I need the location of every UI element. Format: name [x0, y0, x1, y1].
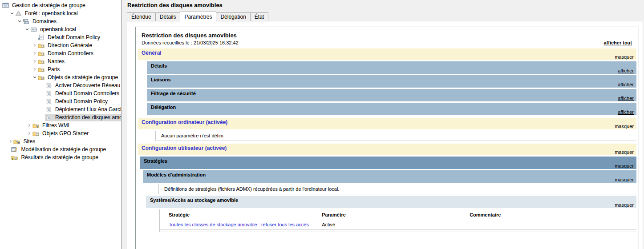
report-header: Restriction des disques amovibles Donnée…	[138, 29, 636, 45]
chevron-expanded-icon[interactable]	[9, 11, 15, 16]
policy-link[interactable]: Toutes les classes de stockage amovible …	[169, 222, 309, 227]
tree-item-gp-results[interactable]: Résultats de stratégie de groupe	[0, 153, 121, 161]
tree-item-label: Filtres WMI	[41, 122, 71, 129]
chevron-collapsed-icon[interactable]	[27, 123, 32, 128]
show-link[interactable]: afficher	[618, 68, 634, 73]
section-label: Général	[142, 50, 162, 56]
tree-item-body: Filtres WMI	[32, 121, 121, 129]
chevron-spacer	[40, 99, 45, 104]
modeling-icon	[11, 146, 18, 153]
section-label: Filtrage de sécurité	[151, 91, 196, 96]
tab-details[interactable]: Détails	[155, 12, 180, 21]
show-all-link[interactable]: afficher tout	[603, 40, 632, 45]
tree-item-label: Activer Découverte Réseau	[54, 82, 122, 89]
tree-item-label: Déploiement f.lux Ana Garcia	[54, 106, 122, 113]
column-header-0: Stratégie	[160, 209, 322, 219]
policy-table-container: StratégieParamètreCommentaireToutes les …	[159, 209, 636, 232]
chevron-expanded-icon[interactable]	[17, 19, 22, 24]
tree-item-gpo-activer-decouverte-reseau[interactable]: Activer Découverte Réseau	[0, 81, 121, 89]
tree-item-label: Modélisation de stratégie de groupe	[20, 146, 107, 153]
tree-item-label: Default Domain Policy	[54, 98, 109, 105]
section-details: Détailsafficher	[147, 61, 636, 74]
section-label: Système/Accès au stockage amovible	[150, 197, 238, 203]
tree-item-body: Direction Générale	[37, 41, 121, 49]
forest-icon	[15, 10, 22, 16]
chevron-collapsed-icon[interactable]	[32, 51, 37, 56]
section-label: Modèles d'administration	[147, 172, 206, 177]
gpo-icon	[45, 106, 52, 112]
chevron-expanded-icon[interactable]	[32, 75, 37, 80]
section-strategies: Stratégiesmasquer	[140, 157, 636, 169]
tree-item-body: Sites	[13, 137, 121, 145]
tree-item-label: Paris	[46, 66, 61, 73]
policy-setting-value: Activé	[322, 219, 470, 230]
section-modeles-administration: Modèles d'administrationmasquer	[143, 170, 636, 183]
hide-link[interactable]: masquer	[615, 54, 634, 60]
tree-item-domain-openbank-local[interactable]: openbank.local	[0, 25, 121, 33]
tab-etendue[interactable]: Étendue	[127, 12, 155, 21]
tree-item-label: Direction Générale	[46, 42, 93, 49]
ou-icon	[37, 58, 45, 64]
tree-item-label: openbank.local	[39, 26, 77, 33]
tree-item-gpo-default-domain-controllers-po[interactable]: Default Domain Controllers Po	[0, 89, 121, 97]
tree-item-ou-paris[interactable]: Paris	[0, 65, 121, 73]
domain-icon	[30, 26, 37, 32]
show-link[interactable]: afficher	[618, 109, 634, 115]
tree-item-body: Default Domain Policy	[45, 97, 121, 105]
show-link[interactable]: afficher	[618, 96, 634, 101]
hide-link[interactable]: masquer	[615, 149, 634, 155]
tab-etat[interactable]: État	[250, 12, 268, 21]
tree-item-domains[interactable]: Domaines	[0, 17, 121, 25]
chevron-expanded-icon[interactable]	[24, 27, 30, 32]
tree-item-gp-modeling[interactable]: Modélisation de stratégie de groupe	[0, 145, 121, 153]
domains-icon	[22, 18, 29, 24]
section-label: Configuration utilisateur (activée)	[142, 145, 227, 151]
tree-item-gpo-default-domain-policy[interactable]: Default Domain Policy	[0, 97, 121, 105]
tree-item-gpo-container[interactable]: Objets de stratégie de groupe	[0, 73, 121, 81]
section-delegation: Délégationafficher	[147, 103, 636, 115]
tree-item-body: Gestion de stratégie de groupe	[2, 1, 121, 9]
tree-item-ou-domain-controllers[interactable]: Domain Controllers	[0, 49, 121, 57]
tree-item-gpo-deploiement-flux-ana-garcia[interactable]: Déploiement f.lux Ana Garcia	[0, 105, 121, 113]
hide-link[interactable]: masquer	[615, 202, 634, 208]
wmi-folder-icon	[32, 122, 39, 129]
tree-item-body: Modélisation de stratégie de groupe	[11, 145, 121, 153]
ou-icon	[37, 42, 45, 48]
show-link[interactable]: afficher	[618, 82, 634, 87]
policy-comment-value	[470, 219, 636, 230]
tree-item-gpmc-root[interactable]: Gestion de stratégie de groupe	[0, 1, 121, 9]
hide-link[interactable]: masquer	[615, 163, 634, 169]
chevron-collapsed-icon[interactable]	[27, 131, 32, 136]
tab-delegation[interactable]: Délégation	[216, 12, 250, 21]
pane-divider[interactable]	[122, 0, 124, 249]
tab-parametres[interactable]: Paramètres	[180, 12, 216, 22]
tree-item-wmi-filters[interactable]: Filtres WMI	[0, 121, 121, 129]
tree-item-gpo-restriction-disques-amovibles[interactable]: Restriction des disques amovib	[0, 113, 121, 121]
tree-item-ou-nantes[interactable]: Nantes	[0, 57, 121, 65]
tree-item-label: Sites	[22, 138, 37, 145]
section-config-utilisateur: Configuration utilisateur (activée)masqu…	[138, 144, 636, 155]
tree-item-label: Default Domain Controllers Po	[54, 90, 122, 97]
gpo-icon	[45, 114, 52, 120]
chevron-collapsed-icon[interactable]	[32, 43, 37, 48]
chevron-collapsed-icon[interactable]	[32, 67, 37, 72]
gpo-icon	[45, 82, 52, 88]
section-label: Stratégies	[144, 158, 167, 164]
tree-item-gpo-starter[interactable]: Objets GPO Starter	[0, 129, 121, 137]
ou-icon	[37, 50, 45, 56]
chevron-spacer	[40, 115, 45, 120]
tree-item-sites[interactable]: Sites	[0, 137, 121, 145]
tree-pane: Gestion de stratégie de groupeForêt : op…	[0, 0, 122, 249]
chevron-collapsed-icon[interactable]	[32, 59, 37, 64]
hide-link[interactable]: masquer	[615, 124, 634, 129]
section-config-ordinateur: Configuration ordinateur (activée)masque…	[138, 118, 636, 129]
tree-item-forest-openbank[interactable]: Forêt : openbank.local	[0, 9, 121, 17]
tree-item-gpo-link-default-domain-policy[interactable]: Default Domain Policy	[0, 33, 121, 41]
tree-item-body: Paris	[37, 65, 121, 73]
tree-item-label: Restriction des disques amovib	[54, 114, 122, 121]
table-row: Toutes les classes de stockage amovible …	[160, 219, 636, 230]
chevron-collapsed-icon[interactable]	[8, 139, 13, 144]
tree-item-ou-direction-generale[interactable]: Direction Générale	[0, 41, 121, 49]
tab-strip: ÉtendueDétailsParamètresDélégationÉtat	[127, 12, 268, 21]
hide-link[interactable]: masquer	[615, 177, 634, 182]
